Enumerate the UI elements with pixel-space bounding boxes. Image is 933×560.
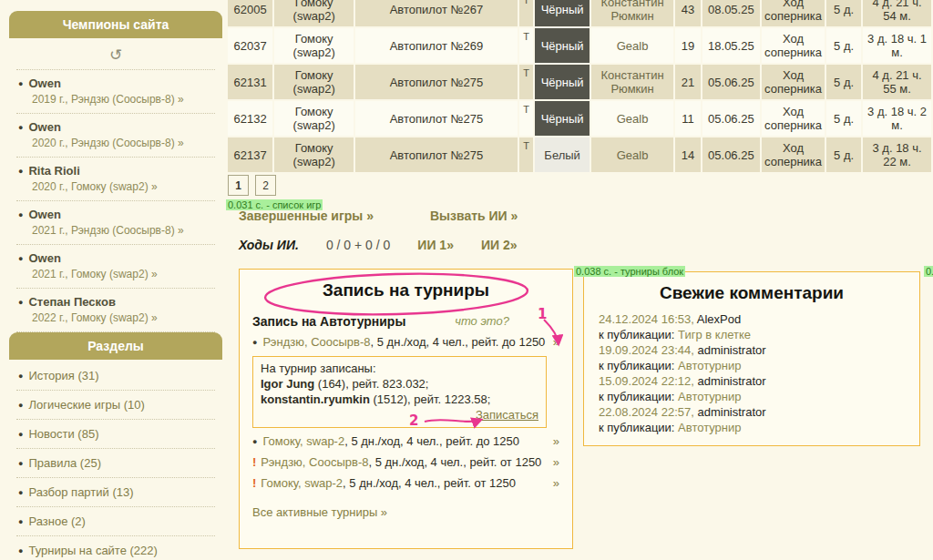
- tournament-flag: T: [519, 101, 534, 136]
- tournament-item: !Гомоку, swap-2, 5 дн./ход, 4 чел., рейт…: [252, 476, 559, 491]
- game-row[interactable]: 62131 Гомоку (swap2) Автопилот №275 T Чё…: [228, 65, 931, 99]
- opponent-link[interactable]: Константин Рюмкин: [591, 0, 674, 26]
- tournament-box-title: Запись на турниры: [240, 280, 572, 300]
- section-label: Логические игры (10): [28, 398, 144, 412]
- champion-item[interactable]: ●Owen 2021 г., Рэндзю (Соосырв-8) »: [16, 201, 215, 245]
- warning-icon: !: [252, 455, 256, 469]
- section-item[interactable]: ●Турниры на сайте (222): [16, 536, 215, 560]
- game-name-link[interactable]: Автопилот №275: [355, 101, 518, 136]
- page-button-2[interactable]: 2: [255, 175, 276, 196]
- sections-panel: Разделы ●История (31) ●Логические игры (…: [9, 332, 222, 560]
- comment-date: 19.09.2024 23:44,: [599, 343, 694, 357]
- champion-name: Owen: [28, 208, 60, 221]
- section-item[interactable]: ●Разное (2): [16, 507, 215, 536]
- opponent-link[interactable]: Gealb: [591, 28, 674, 63]
- tournament-link[interactable]: Гомоку, swap-2: [261, 476, 343, 490]
- section-item[interactable]: ●Логические игры (10): [16, 391, 215, 420]
- tournament-more-link[interactable]: »: [553, 476, 559, 491]
- tournament-more-link[interactable]: »: [553, 434, 559, 449]
- annotation-step-1: 1: [538, 306, 547, 322]
- finished-games-link[interactable]: Завершенные игры »: [239, 209, 374, 223]
- game-name-link[interactable]: Автопилот №275: [355, 65, 518, 99]
- what-is-it-link[interactable]: что это?: [455, 314, 509, 329]
- champion-name: Owen: [28, 120, 60, 134]
- publication-link[interactable]: Автотурнир: [678, 359, 741, 372]
- comment-item: 15.09.2024 22:12, administrator к публик…: [599, 373, 905, 404]
- champion-detail[interactable]: 2020 г., Рэндзю (Соосырв-8) »: [18, 137, 213, 149]
- game-row[interactable]: 62132 Гомоку (swap2) Автопилот №275 T Чё…: [228, 101, 931, 136]
- game-name-link[interactable]: Автопилот №269: [355, 28, 518, 63]
- tournament-link[interactable]: Гомоку, swap-2: [262, 434, 344, 448]
- registered-player-name: Igor Jung: [261, 377, 314, 391]
- move-count: 43: [675, 0, 700, 26]
- move-count: 19: [675, 28, 700, 63]
- piece-color: Чёрный: [535, 65, 589, 99]
- tournament-link[interactable]: Рэндзю, Соосырв-8: [262, 335, 370, 349]
- game-name-link[interactable]: Автопилот №267: [355, 0, 518, 26]
- game-row[interactable]: 62137 Гомоку (swap2) Автопилот №275 T Бе…: [228, 137, 931, 172]
- section-item[interactable]: ●Правила (25): [16, 449, 215, 478]
- page-button-1[interactable]: 1: [228, 175, 249, 196]
- game-row[interactable]: 62037 Гомоку (swap2) Автопилот №269 T Чё…: [228, 28, 931, 63]
- time-limit: 5 д.: [826, 28, 861, 63]
- ai1-link[interactable]: ИИ 1»: [417, 238, 454, 252]
- section-item[interactable]: ●История (31): [16, 361, 215, 391]
- opponent-link[interactable]: Константин Рюмкин: [591, 65, 674, 99]
- game-row[interactable]: 62005 Гомоку (swap2) Автопилот №267 T Чё…: [228, 0, 931, 26]
- call-ai-link[interactable]: Вызвать ИИ »: [430, 209, 518, 223]
- ai2-link[interactable]: ИИ 2»: [481, 238, 518, 252]
- champion-detail[interactable]: 2021 г., Гомоку (swap2) »: [18, 268, 213, 280]
- bullet-icon: ●: [18, 123, 23, 132]
- tournament-conditions: , 5 дн./ход, 4 чел., рейт. от 1250: [368, 455, 541, 469]
- section-label: Разбор партий (13): [28, 485, 133, 499]
- champion-detail[interactable]: 2022 г., Гомоку (swap2) »: [18, 311, 213, 324]
- champion-item[interactable]: ●Rita Rioli 2020 г., Гомоку (swap2) »: [16, 158, 215, 201]
- autotournaments-subtitle: Запись на Автотурниры: [252, 314, 405, 329]
- time-limit: 5 д.: [826, 137, 861, 172]
- time-limit: 5 д.: [826, 0, 861, 26]
- opponent-link[interactable]: Gealb: [591, 137, 674, 172]
- champion-detail[interactable]: 2021 г., Рэндзю (Соосырв-8) »: [18, 224, 213, 237]
- bullet-icon: ●: [18, 430, 23, 439]
- champion-item[interactable]: ●Owen 2019 г., Рэндзю (Соосырв-8) »: [16, 70, 215, 114]
- refresh-icon[interactable]: ↺: [16, 40, 215, 70]
- all-tournaments-link[interactable]: Все активные турниры »: [252, 505, 387, 519]
- tournament-more-link[interactable]: »: [553, 455, 559, 470]
- publication-link[interactable]: Автотурнир: [678, 421, 741, 434]
- bullet-icon: ●: [18, 372, 23, 381]
- champion-item[interactable]: ●Owen 2020 г., Рэндзю (Соосырв-8) »: [16, 114, 215, 158]
- tournament-link[interactable]: Рэндзю, Соосырв-8: [261, 455, 368, 469]
- bullet-icon: ●: [18, 401, 23, 410]
- bullet-icon: ●: [18, 254, 23, 263]
- comment-prefix: к публикации:: [599, 359, 674, 372]
- game-date: 18.05.25: [702, 28, 760, 63]
- bullet-icon: ●: [18, 517, 23, 526]
- champion-item[interactable]: ●Степан Песков 2022 г., Гомоку (swap2) »: [16, 289, 215, 332]
- sections-header: Разделы: [9, 332, 222, 360]
- publication-link[interactable]: Автотурнир: [678, 390, 741, 403]
- champion-name: Owen: [28, 76, 60, 90]
- sections-list: ●История (31) ●Логические игры (10) ●Нов…: [9, 360, 222, 560]
- bullet-icon: ●: [18, 459, 23, 468]
- champion-detail[interactable]: 2019 г., Рэндзю (Соосырв-8) »: [18, 93, 213, 106]
- game-type: Гомоку (swap2): [274, 28, 354, 63]
- section-label: История (31): [28, 369, 98, 382]
- bullet-icon: ●: [18, 167, 23, 176]
- games-links-row: Завершенные игры » Вызвать ИИ »: [239, 209, 518, 223]
- time-left: 3 д. 18 ч. 2 м.: [863, 101, 931, 136]
- champion-detail[interactable]: 2020 г., Гомоку (swap2) »: [18, 180, 213, 193]
- publication-link[interactable]: Тигр в клетке: [678, 328, 751, 341]
- opponent-link[interactable]: Gealb: [591, 101, 674, 136]
- section-item[interactable]: ●Разбор партий (13): [16, 478, 215, 507]
- signup-link[interactable]: Записаться: [261, 407, 538, 423]
- time-left: 3 д. 18 ч. 22 м.: [863, 137, 931, 172]
- bullet-icon: ●: [18, 210, 23, 219]
- section-label: Правила (25): [28, 456, 101, 470]
- tournament-more-link[interactable]: »: [553, 335, 559, 350]
- section-item[interactable]: ●Новости (85): [16, 420, 215, 449]
- comment-author: administrator: [697, 374, 765, 388]
- tournament-flag: T: [519, 137, 534, 172]
- game-status: Ход соперника: [762, 101, 825, 136]
- champion-item[interactable]: ●Owen 2021 г., Гомоку (swap2) »: [16, 245, 215, 289]
- game-name-link[interactable]: Автопилот №275: [355, 137, 518, 172]
